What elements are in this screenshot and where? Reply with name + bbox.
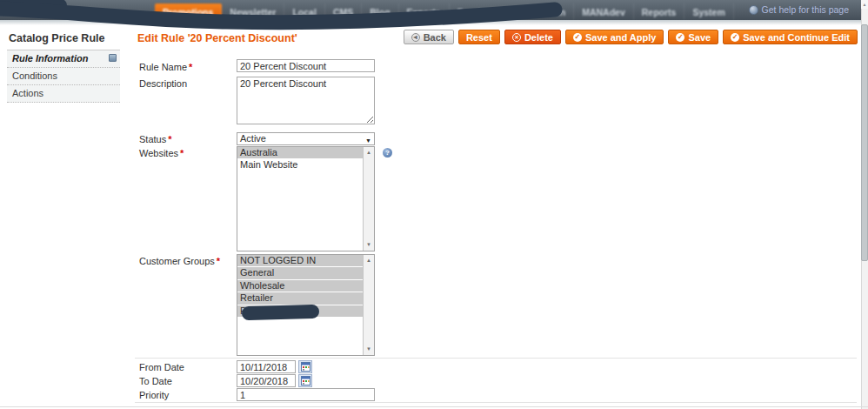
- rule-name-input[interactable]: [237, 59, 375, 72]
- description-label: Description: [139, 78, 187, 89]
- select-option[interactable]: Wholesale: [237, 280, 363, 292]
- websites-label: Websites*: [139, 148, 184, 158]
- content-bottom-border: [0, 406, 868, 407]
- select-option[interactable]: NOT LOGGED IN: [237, 255, 363, 267]
- description-textarea[interactable]: 20 Percent Discount: [237, 77, 375, 124]
- top-nav-bar: PromotionsNewsletterLocalCMSBlogExportsF…: [0, 0, 861, 20]
- status-select[interactable]: Active ▼: [237, 132, 375, 145]
- sidebar-title: Catalog Price Rule: [7, 31, 120, 50]
- sidebar-item-label: Actions: [12, 88, 43, 98]
- save-check-icon: ✓: [573, 33, 582, 42]
- nav-item-promotions[interactable]: Promotions: [155, 3, 222, 20]
- back-button[interactable]: ◂ Back: [404, 30, 454, 44]
- websites-options: AustraliaMain Website: [237, 147, 363, 251]
- select-option[interactable]: Retailer: [237, 292, 363, 305]
- priority-label: Priority: [139, 390, 169, 400]
- from-date-calendar-button[interactable]: [298, 360, 312, 373]
- delete-button[interactable]: ✕ Delete: [504, 30, 561, 44]
- scroll-up-icon[interactable]: ▲: [364, 256, 374, 265]
- customer-groups-label: Customer Groups*: [139, 256, 220, 266]
- chevron-down-icon: ▼: [365, 135, 371, 146]
- customer-groups-scrollbar[interactable]: ▲ ▼: [363, 255, 374, 355]
- select-option[interactable]: Main Website: [237, 159, 363, 171]
- websites-help-icon[interactable]: ?: [383, 148, 392, 158]
- websites-scrollbar[interactable]: ▲ ▼: [363, 147, 374, 251]
- from-date-label: From Date: [139, 362, 184, 372]
- nav-item-blog[interactable]: Blog: [362, 3, 398, 20]
- section-active-icon: [109, 54, 117, 62]
- to-date-calendar-button[interactable]: [298, 374, 312, 387]
- to-date-input[interactable]: [237, 374, 296, 387]
- priority-input[interactable]: [237, 388, 375, 401]
- section-divider: [135, 358, 857, 359]
- sidebar-item-conditions[interactable]: Conditions: [7, 68, 120, 85]
- scroll-up-icon[interactable]: ▲: [364, 148, 374, 158]
- back-icon: ◂: [411, 33, 420, 42]
- save-check-icon: ✓: [731, 33, 739, 42]
- main-nav: PromotionsNewsletterLocalCMSBlogExportsF…: [155, 3, 734, 20]
- delete-icon: ✕: [512, 33, 521, 42]
- save-and-apply-button[interactable]: ✓ Save and Apply: [565, 30, 664, 44]
- help-link-label: Get help for this page: [762, 4, 849, 15]
- sidebar-item-label: Rule Information: [12, 53, 88, 64]
- scrollbar-thumb[interactable]: [861, 24, 868, 261]
- scroll-up-icon[interactable]: ▲: [861, 0, 868, 9]
- nav-item-cms[interactable]: CMS: [325, 3, 362, 20]
- nav-item-reports[interactable]: Reports: [634, 3, 685, 20]
- nav-item-local[interactable]: Local: [284, 3, 324, 20]
- status-label: Status*: [139, 134, 171, 144]
- calendar-icon: [301, 362, 310, 372]
- status-selected-value: Active: [240, 133, 266, 144]
- nav-item-facebook-ads-extension[interactable]: Facebook Ads Extension: [450, 3, 574, 20]
- nav-item-newsletter[interactable]: Newsletter: [222, 3, 284, 20]
- calendar-icon: [301, 376, 310, 386]
- scroll-down-icon[interactable]: ▼: [364, 240, 374, 250]
- nav-item-exports[interactable]: Exports: [399, 3, 450, 20]
- save-check-icon: ✓: [676, 33, 684, 42]
- sidebar-item-actions[interactable]: Actions: [7, 85, 120, 103]
- page-title: Edit Rule '20 Percent Discount': [137, 32, 297, 44]
- top-bar-shadow: [0, 20, 861, 25]
- sidebar-item-rule-information[interactable]: Rule Information: [7, 50, 120, 68]
- from-date-input[interactable]: [237, 360, 296, 373]
- page-scrollbar[interactable]: ▲: [861, 0, 868, 409]
- rule-name-label: Rule Name*: [139, 62, 192, 72]
- reset-button[interactable]: Reset: [458, 30, 500, 44]
- nav-item-system[interactable]: System: [684, 3, 733, 20]
- select-option[interactable]: Australia: [237, 147, 363, 159]
- help-link[interactable]: Get help for this page: [749, 4, 849, 15]
- to-date-label: To Date: [139, 376, 172, 386]
- section-divider: [135, 402, 857, 403]
- globe-help-icon: [749, 5, 758, 15]
- nav-item-manadev[interactable]: MANAdev: [574, 3, 634, 20]
- redaction-blob: [242, 305, 319, 320]
- save-and-continue-button[interactable]: ✓ Save and Continue Edit: [723, 30, 858, 44]
- sidebar-item-label: Conditions: [12, 70, 57, 81]
- select-option[interactable]: General: [237, 267, 363, 279]
- websites-multiselect[interactable]: AustraliaMain Website ▲ ▼: [237, 146, 375, 251]
- save-button[interactable]: ✓ Save: [668, 30, 718, 44]
- scroll-down-icon[interactable]: ▼: [364, 345, 374, 354]
- admin-page: PromotionsNewsletterLocalCMSBlogExportsF…: [0, 0, 868, 409]
- sidebar: Catalog Price Rule Rule Information Cond…: [7, 31, 120, 103]
- header-button-bar: ◂ Back Reset ✕ Delete ✓ Save and Apply ✓…: [404, 30, 858, 44]
